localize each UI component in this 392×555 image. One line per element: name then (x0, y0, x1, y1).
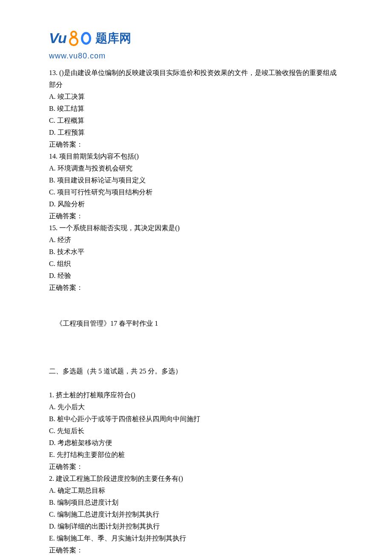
q15-answer-label: 正确答案： (49, 282, 343, 294)
logo-graphic: Vu 题库网 (49, 26, 343, 51)
logo-vu-text: Vu (49, 26, 66, 51)
section2-header: 二、多选题（共 5 道试题，共 25 分。多选） (49, 365, 343, 377)
document-body: 13. ()是由建设单位编制的反映建设项目实际造价和投资效果的文件，是竣工验收报… (49, 67, 343, 555)
q13-option-b: B. 竣工结算 (49, 103, 343, 115)
q15-option-b: B. 技术水平 (49, 246, 343, 258)
q13-option-d: D. 工程预算 (49, 127, 343, 139)
logo-brand-text: 题库网 (95, 28, 131, 49)
q15-stem: 15. 一个系统目标能否实现，其决定因素是() (49, 222, 343, 234)
mq1-option-b: B. 桩中心距小于或等于四倍桩径从四周向中间施打 (49, 413, 343, 425)
mq2-option-c: C. 编制施工总进度计划并控制其执行 (49, 509, 343, 520)
q13-option-a: A. 竣工决算 (49, 91, 343, 103)
logo-0-icon (81, 32, 91, 45)
q14-option-d: D. 风险分析 (49, 198, 343, 210)
mq2-option-e: E. 编制施工年、季、月实施计划并控制其执行 (49, 532, 343, 544)
mq1-stem: 1. 挤土桩的打桩顺序应符合() (49, 389, 343, 401)
q15-option-a: A. 经济 (49, 234, 343, 246)
section2-title: 《工程项目管理》17 春平时作业 1 (49, 318, 343, 330)
mq2-stem: 2. 建设工程施工阶段进度控制的主要任务有() (49, 473, 343, 485)
q14-option-c: C. 项目可行性研究与项目结构分析 (49, 186, 343, 198)
mq1-option-c: C. 先短后长 (49, 425, 343, 437)
q13-stem: 13. ()是由建设单位编制的反映建设项目实际造价和投资效果的文件，是竣工验收报… (49, 67, 343, 91)
q13-option-c: C. 工程概算 (49, 115, 343, 127)
mq1-option-d: D. 考虑桩架移动方便 (49, 437, 343, 449)
q13-answer-label: 正确答案： (49, 139, 343, 150)
site-logo: Vu 题库网 www.vu80.com (49, 26, 343, 63)
q14-stem: 14. 项目前期策划内容不包括() (49, 150, 343, 162)
mq1-option-a: A. 先小后大 (49, 401, 343, 413)
q14-option-a: A. 环境调查与投资机会研究 (49, 162, 343, 174)
q14-option-b: B. 项目建设目标论证与项目定义 (49, 174, 343, 186)
logo-8-icon (68, 31, 79, 46)
mq1-answer-label: 正确答案： (49, 461, 343, 473)
q14-answer-label: 正确答案： (49, 210, 343, 222)
logo-url: www.vu80.com (49, 49, 343, 63)
mq2-option-b: B. 编制项目总进度计划 (49, 497, 343, 509)
q15-option-c: C. 组织 (49, 258, 343, 270)
mq1-option-e: E. 先打结构主要部位的桩 (49, 449, 343, 461)
q15-option-d: D. 经验 (49, 270, 343, 282)
mq2-option-a: A. 确定工期总目标 (49, 485, 343, 497)
mq2-option-d: D. 编制详细的出图计划并控制其执行 (49, 520, 343, 532)
mq2-answer-label: 正确答案： (49, 544, 343, 555)
